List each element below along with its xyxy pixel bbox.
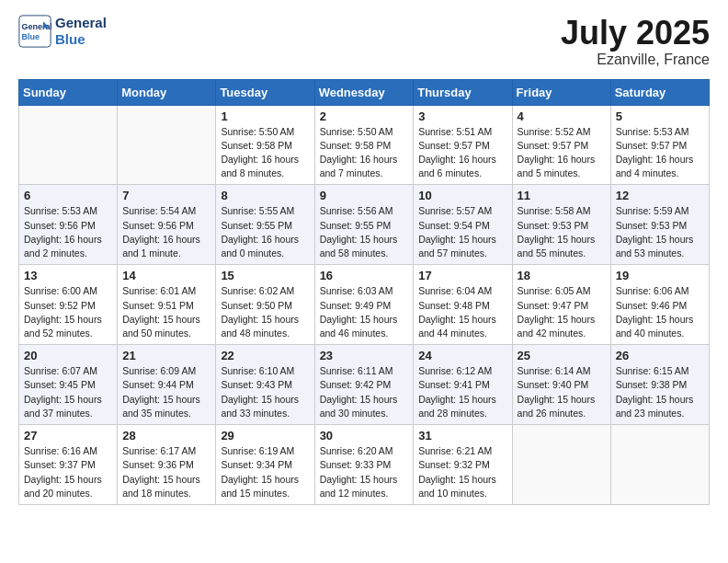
calendar-day-16: 16Sunrise: 6:03 AM Sunset: 9:49 PM Dayli… (314, 265, 414, 345)
day-number: 29 (221, 429, 309, 442)
day-info: Sunrise: 6:03 AM Sunset: 9:49 PM Dayligh… (320, 284, 409, 340)
day-number: 12 (616, 189, 704, 202)
day-info: Sunrise: 6:10 AM Sunset: 9:43 PM Dayligh… (221, 364, 309, 420)
calendar-day-26: 26Sunrise: 6:15 AM Sunset: 9:38 PM Dayli… (610, 345, 709, 425)
day-info: Sunrise: 5:58 AM Sunset: 9:53 PM Dayligh… (518, 204, 606, 260)
calendar-empty-cell (118, 105, 216, 185)
day-info: Sunrise: 6:04 AM Sunset: 9:48 PM Dayligh… (418, 284, 506, 340)
day-info: Sunrise: 5:53 AM Sunset: 9:57 PM Dayligh… (616, 125, 704, 181)
calendar-day-29: 29Sunrise: 6:19 AM Sunset: 9:34 PM Dayli… (216, 425, 314, 505)
day-info: Sunrise: 6:01 AM Sunset: 9:51 PM Dayligh… (122, 284, 210, 340)
day-number: 19 (616, 269, 704, 282)
day-info: Sunrise: 5:50 AM Sunset: 9:58 PM Dayligh… (320, 125, 409, 181)
calendar-day-9: 9Sunrise: 5:56 AM Sunset: 9:55 PM Daylig… (314, 185, 414, 265)
day-number: 17 (418, 269, 506, 282)
day-info: Sunrise: 6:12 AM Sunset: 9:41 PM Dayligh… (418, 364, 506, 420)
weekday-header-tuesday: Tuesday (216, 79, 314, 105)
day-number: 22 (221, 349, 309, 362)
day-number: 26 (616, 349, 704, 362)
day-info: Sunrise: 5:51 AM Sunset: 9:57 PM Dayligh… (418, 125, 506, 181)
day-number: 24 (418, 349, 506, 362)
calendar-day-25: 25Sunrise: 6:14 AM Sunset: 9:40 PM Dayli… (512, 345, 610, 425)
title-block: July 2025 Ezanville, France (561, 15, 710, 68)
day-info: Sunrise: 6:15 AM Sunset: 9:38 PM Dayligh… (616, 364, 704, 420)
day-number: 6 (24, 189, 112, 202)
weekday-header-wednesday: Wednesday (314, 79, 414, 105)
calendar-day-1: 1Sunrise: 5:50 AM Sunset: 9:58 PM Daylig… (216, 105, 314, 185)
calendar-table: SundayMondayTuesdayWednesdayThursdayFrid… (18, 79, 710, 505)
day-number: 23 (320, 349, 409, 362)
day-info: Sunrise: 6:00 AM Sunset: 9:52 PM Dayligh… (24, 284, 112, 340)
calendar-day-4: 4Sunrise: 5:52 AM Sunset: 9:57 PM Daylig… (512, 105, 610, 185)
day-info: Sunrise: 6:16 AM Sunset: 9:37 PM Dayligh… (24, 444, 112, 500)
day-info: Sunrise: 6:20 AM Sunset: 9:33 PM Dayligh… (320, 444, 409, 500)
day-info: Sunrise: 6:05 AM Sunset: 9:47 PM Dayligh… (518, 284, 606, 340)
day-number: 13 (24, 269, 112, 282)
calendar-day-24: 24Sunrise: 6:12 AM Sunset: 9:41 PM Dayli… (414, 345, 512, 425)
page: General Blue General Blue July 2025 Ezan… (0, 0, 728, 563)
day-number: 2 (320, 109, 409, 123)
calendar-day-21: 21Sunrise: 6:09 AM Sunset: 9:44 PM Dayli… (118, 345, 216, 425)
day-number: 14 (122, 269, 210, 282)
day-number: 21 (122, 349, 210, 362)
day-info: Sunrise: 6:14 AM Sunset: 9:40 PM Dayligh… (518, 364, 606, 420)
logo-line1: General (55, 15, 107, 31)
day-info: Sunrise: 6:17 AM Sunset: 9:36 PM Dayligh… (122, 444, 210, 500)
day-number: 18 (518, 269, 606, 282)
calendar-day-3: 3Sunrise: 5:51 AM Sunset: 9:57 PM Daylig… (414, 105, 512, 185)
day-number: 10 (418, 189, 506, 202)
calendar-day-17: 17Sunrise: 6:04 AM Sunset: 9:48 PM Dayli… (414, 265, 512, 345)
calendar-day-30: 30Sunrise: 6:20 AM Sunset: 9:33 PM Dayli… (314, 425, 414, 505)
weekday-header-saturday: Saturday (610, 79, 709, 105)
day-number: 3 (418, 109, 506, 123)
day-info: Sunrise: 5:55 AM Sunset: 9:55 PM Dayligh… (221, 204, 309, 260)
day-info: Sunrise: 6:07 AM Sunset: 9:45 PM Dayligh… (24, 364, 112, 420)
calendar-day-18: 18Sunrise: 6:05 AM Sunset: 9:47 PM Dayli… (512, 265, 610, 345)
day-number: 5 (616, 109, 704, 123)
day-info: Sunrise: 5:53 AM Sunset: 9:56 PM Dayligh… (24, 204, 112, 260)
day-number: 30 (320, 429, 409, 442)
day-number: 28 (122, 429, 210, 442)
day-number: 1 (221, 109, 309, 123)
svg-text:Blue: Blue (22, 32, 40, 41)
calendar-day-28: 28Sunrise: 6:17 AM Sunset: 9:36 PM Dayli… (118, 425, 216, 505)
day-info: Sunrise: 5:59 AM Sunset: 9:53 PM Dayligh… (616, 204, 704, 260)
calendar-week-row: 6Sunrise: 5:53 AM Sunset: 9:56 PM Daylig… (19, 185, 710, 265)
day-number: 9 (320, 189, 409, 202)
month-title: July 2025 (561, 15, 710, 52)
day-number: 15 (221, 269, 309, 282)
day-number: 8 (221, 189, 309, 202)
day-info: Sunrise: 6:19 AM Sunset: 9:34 PM Dayligh… (221, 444, 309, 500)
day-info: Sunrise: 6:02 AM Sunset: 9:50 PM Dayligh… (221, 284, 309, 340)
calendar-day-27: 27Sunrise: 6:16 AM Sunset: 9:37 PM Dayli… (19, 425, 118, 505)
weekday-header-monday: Monday (118, 79, 216, 105)
day-number: 27 (24, 429, 112, 442)
calendar-day-12: 12Sunrise: 5:59 AM Sunset: 9:53 PM Dayli… (610, 185, 709, 265)
calendar-day-31: 31Sunrise: 6:21 AM Sunset: 9:32 PM Dayli… (414, 425, 512, 505)
calendar-week-row: 13Sunrise: 6:00 AM Sunset: 9:52 PM Dayli… (19, 265, 710, 345)
day-number: 20 (24, 349, 112, 362)
calendar-day-20: 20Sunrise: 6:07 AM Sunset: 9:45 PM Dayli… (19, 345, 118, 425)
day-number: 16 (320, 269, 409, 282)
calendar-day-14: 14Sunrise: 6:01 AM Sunset: 9:51 PM Dayli… (118, 265, 216, 345)
day-info: Sunrise: 6:21 AM Sunset: 9:32 PM Dayligh… (418, 444, 506, 500)
calendar-week-row: 27Sunrise: 6:16 AM Sunset: 9:37 PM Dayli… (19, 425, 710, 505)
calendar-day-23: 23Sunrise: 6:11 AM Sunset: 9:42 PM Dayli… (314, 345, 414, 425)
day-number: 4 (518, 109, 606, 123)
calendar-day-11: 11Sunrise: 5:58 AM Sunset: 9:53 PM Dayli… (512, 185, 610, 265)
calendar-header-row: SundayMondayTuesdayWednesdayThursdayFrid… (19, 79, 710, 105)
calendar-day-2: 2Sunrise: 5:50 AM Sunset: 9:58 PM Daylig… (314, 105, 414, 185)
day-info: Sunrise: 5:57 AM Sunset: 9:54 PM Dayligh… (418, 204, 506, 260)
header: General Blue General Blue July 2025 Ezan… (18, 15, 710, 68)
day-number: 11 (518, 189, 606, 202)
logo-text-block: General Blue (55, 15, 107, 48)
day-info: Sunrise: 6:11 AM Sunset: 9:42 PM Dayligh… (320, 364, 409, 420)
calendar-day-6: 6Sunrise: 5:53 AM Sunset: 9:56 PM Daylig… (19, 185, 118, 265)
day-number: 31 (418, 429, 506, 442)
calendar-day-7: 7Sunrise: 5:54 AM Sunset: 9:56 PM Daylig… (118, 185, 216, 265)
calendar-day-8: 8Sunrise: 5:55 AM Sunset: 9:55 PM Daylig… (216, 185, 314, 265)
day-info: Sunrise: 5:50 AM Sunset: 9:58 PM Dayligh… (221, 125, 309, 181)
calendar-day-15: 15Sunrise: 6:02 AM Sunset: 9:50 PM Dayli… (216, 265, 314, 345)
logo: General Blue General Blue (18, 15, 107, 48)
weekday-header-thursday: Thursday (414, 79, 512, 105)
